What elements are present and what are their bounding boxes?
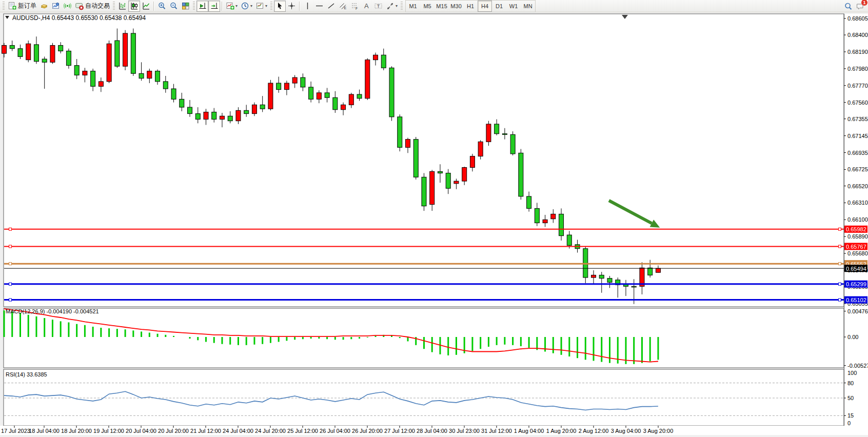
svg-text:3 Aug 04:00: 3 Aug 04:00 [611,428,641,434]
zoom-out-button[interactable] [168,1,180,12]
crosshair-button[interactable] [286,1,298,12]
toolbar-grip [270,2,272,11]
fibonacci-icon: F [350,2,359,10]
periods-icon [241,2,249,10]
svg-text:0.67560: 0.67560 [847,100,868,106]
svg-text:0.004765: 0.004765 [847,308,868,314]
chart-area[interactable]: 0.686050.684000.681900.679800.677700.675… [0,12,868,437]
svg-text:0.68400: 0.68400 [847,32,868,38]
svg-text:80: 80 [847,380,854,386]
svg-text:1 Aug 20:00: 1 Aug 20:00 [546,428,577,434]
timeframe-m1-button[interactable]: M1 [406,1,420,12]
svg-text:0.65680: 0.65680 [847,250,868,256]
tile-windows-button[interactable] [180,1,191,12]
tile-windows-icon [181,2,190,10]
svg-text:20 Jul 20:00: 20 Jul 20:00 [158,428,189,434]
zoom-in-icon [157,2,166,10]
templates-button[interactable]: ▾ [254,1,269,12]
equidistant-channel-button[interactable]: E [337,1,349,12]
svg-text:50: 50 [847,395,854,401]
bar-chart-button[interactable] [116,1,128,12]
svg-text:31 Jul 12:00: 31 Jul 12:00 [481,428,512,434]
new-order-button[interactable]: 新订单 [6,1,38,12]
autotrading-button[interactable]: 自动交易 [73,1,111,12]
timeframe-w1-button[interactable]: W1 [506,1,521,12]
chevron-down-icon[interactable]: ▾ [235,4,238,8]
quotes-icon [40,2,48,10]
vertical-line-button[interactable] [302,1,313,12]
support-line-1-price-label: 0.65299 [846,281,866,287]
chevron-down-icon[interactable]: ▾ [250,4,252,8]
svg-text:26 Jul 20:00: 26 Jul 20:00 [352,428,383,434]
svg-text:24 Jul 20:00: 24 Jul 20:00 [255,428,286,434]
svg-text:30 Jul 23:00: 30 Jul 23:00 [449,428,480,434]
svg-text:26 Jul 04:00: 26 Jul 04:00 [320,428,350,434]
svg-text:19 Jul 12:00: 19 Jul 12:00 [93,428,124,434]
text-label-button[interactable]: T [372,1,384,12]
timeframe-d1-button[interactable]: D1 [492,1,506,12]
candlestick-chart-button[interactable] [128,1,140,12]
svg-text:0.68605: 0.68605 [847,15,868,22]
chevron-down-icon[interactable]: ▾ [396,4,398,8]
fibonacci-button[interactable]: F [349,1,361,12]
toolbar-grip [113,2,115,11]
notification-badge: 1 [861,0,867,6]
periods-button[interactable]: ▾ [239,1,254,12]
zoom-in-button[interactable] [156,1,168,12]
svg-text:-0.005276: -0.005276 [847,363,868,369]
svg-text:0.65890: 0.65890 [847,233,868,240]
horizontal-line-button[interactable] [313,1,325,12]
vertical-line-icon [303,2,312,10]
signals-button[interactable] [62,1,73,12]
svg-text:18 Jul 20:00: 18 Jul 20:00 [61,428,92,434]
rsi-label: RSI(14) 33.6385 [6,371,47,378]
chart-shift-icon [210,2,219,10]
indicators-button[interactable]: ▾ [224,1,239,12]
auto-scroll-button[interactable] [196,1,208,12]
current-price-label: 0.65494 [846,266,866,272]
svg-text:20 Jul 04:00: 20 Jul 04:00 [126,428,156,434]
signals-icon [63,2,72,10]
text-button[interactable]: A [361,1,372,12]
chat-button[interactable]: 1 [854,1,866,12]
svg-text:0.66310: 0.66310 [847,200,868,206]
new-order-button-label: 新订单 [18,2,36,10]
svg-text:0.67145: 0.67145 [847,133,868,139]
svg-text:27 Jul 12:00: 27 Jul 12:00 [384,428,415,434]
svg-text:25 Jul 12:00: 25 Jul 12:00 [287,428,318,434]
svg-text:0.67980: 0.67980 [847,66,868,72]
toolbar-grip [193,2,195,11]
toolbar-grip [3,2,5,11]
support-line-2-price-label: 0.65102 [846,297,866,303]
timeframe-h4-button[interactable]: H4 [478,1,492,12]
svg-text:0.66520: 0.66520 [847,183,868,189]
arrows-button[interactable]: ▾ [384,1,399,12]
timeframe-mn-button[interactable]: MN [521,1,535,12]
svg-text:17 Jul 2023: 17 Jul 2023 [1,428,30,434]
auto-scroll-icon [198,2,207,10]
line-chart-button[interactable] [140,1,152,12]
terminal-window: 新订单自动交易▾▾▾EFAT▾M1M5M15M30H1H4D1W1MN1 0.6… [0,0,868,437]
timeframe-m15-button[interactable]: M15 [435,1,449,12]
svg-text:28 Jul 04:00: 28 Jul 04:00 [417,428,447,434]
main-chart-panel[interactable] [4,14,844,307]
crosshair-icon [287,2,296,10]
market-watch-button[interactable] [50,1,62,12]
toolbar-separator [299,2,300,11]
quotes-button[interactable] [38,1,50,12]
timeframe-m5-button[interactable]: M5 [420,1,435,12]
rsi-panel[interactable] [4,369,844,426]
cursor-button[interactable] [274,1,286,12]
trendline-button[interactable] [325,1,337,12]
chart-shift-button[interactable] [208,1,220,12]
resistance-line-2-price-label: 0.65767 [846,244,866,250]
search-button[interactable] [842,1,854,12]
timeframe-m30-button[interactable]: M30 [449,1,463,12]
toolbar-grip [401,2,403,11]
autotrading-button-label: 自动交易 [85,2,110,10]
timeframe-h1-button[interactable]: H1 [463,1,478,12]
chevron-down-icon[interactable]: ▾ [265,4,267,8]
text-icon: A [362,2,371,10]
svg-text:0.66725: 0.66725 [847,166,868,172]
svg-text:24 Jul 04:00: 24 Jul 04:00 [223,428,253,434]
